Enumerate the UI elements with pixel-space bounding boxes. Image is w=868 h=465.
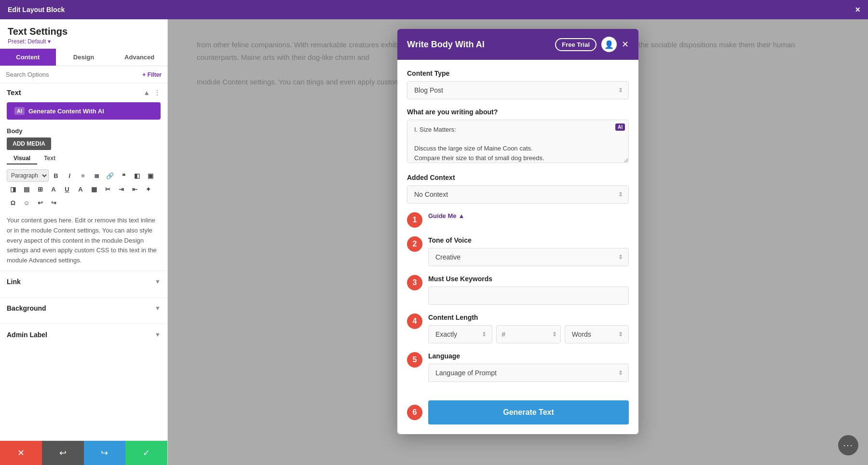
- exactly-select[interactable]: Exactly At Least At Most Between: [428, 325, 492, 343]
- sidebar: Text Settings Preset: Default ▾ Content …: [0, 19, 168, 465]
- add-media-button[interactable]: ADD MEDIA: [7, 137, 51, 150]
- step-3-row: 3 Must Use Keywords: [407, 275, 629, 305]
- tab-content[interactable]: Content: [0, 49, 56, 66]
- paragraph-select[interactable]: Paragraph Heading 1 Heading 2: [7, 169, 49, 182]
- words-select-wrapper: Words Sentences Paragraphs: [565, 325, 629, 343]
- words-select[interactable]: Words Sentences Paragraphs: [565, 325, 629, 343]
- body-text-content: Your content goes here. Edit or remove t…: [7, 216, 161, 266]
- step-3-content: Must Use Keywords: [428, 275, 629, 305]
- modal-close-icon[interactable]: ✕: [622, 39, 629, 50]
- admin-chevron-icon: ▼: [155, 331, 161, 338]
- section-icons: ▲ ⋮: [143, 89, 161, 96]
- top-bar-title: Edit Layout Block: [8, 6, 65, 14]
- content-length-label: Content Length: [428, 314, 629, 321]
- link-title: Link: [7, 278, 21, 286]
- step-1-badge: 1: [407, 212, 422, 228]
- align-left-button[interactable]: ◧: [131, 169, 143, 182]
- guide-me-link[interactable]: Guide Me ▲: [428, 212, 464, 219]
- sidebar-footer: ✕ ↩ ↪ ✓: [0, 440, 167, 465]
- indent-button[interactable]: ⇥: [115, 183, 127, 195]
- exactly-select-wrapper: Exactly At Least At Most Between: [428, 325, 492, 343]
- writing-about-textarea[interactable]: I. Size Matters: Discuss the large size …: [407, 120, 629, 163]
- generate-ai-label: Generate Content With AI: [28, 108, 104, 115]
- undo-button[interactable]: ↩: [42, 441, 84, 465]
- redo-button[interactable]: ↪: [84, 441, 126, 465]
- undo-toolbar-button[interactable]: ↩: [34, 196, 46, 209]
- added-context-group: Added Context No Context Page Content Cu…: [407, 174, 629, 204]
- language-select[interactable]: Language of Prompt English Spanish Frenc…: [428, 364, 629, 382]
- step-6-row: 6 Generate Text: [397, 400, 638, 434]
- align-center-button[interactable]: ▣: [144, 169, 157, 182]
- cancel-button[interactable]: ✕: [0, 441, 42, 465]
- tone-select-wrapper: Creative Professional Casual Formal: [428, 248, 629, 266]
- block-button[interactable]: ▦: [88, 183, 100, 195]
- step-4-badge: 4: [407, 314, 422, 329]
- redo-toolbar-button[interactable]: ↪: [47, 196, 60, 209]
- outdent-button[interactable]: ⇤: [128, 183, 141, 195]
- close-icon[interactable]: ×: [855, 5, 860, 15]
- added-context-select-wrapper: No Context Page Content Custom: [407, 185, 629, 204]
- modal-header-right: Free Trial 👤 ✕: [555, 37, 629, 52]
- number-input-wrapper: [496, 325, 560, 343]
- step-6-badge: 6: [407, 405, 422, 420]
- step-2-row: 2 Tone of Voice Creative Professional Ca…: [407, 236, 629, 266]
- special-char-button[interactable]: Ω: [7, 196, 19, 209]
- background-header[interactable]: Background ▼: [0, 298, 167, 319]
- generate-content-ai-button[interactable]: AI Generate Content With AI: [7, 102, 161, 120]
- unordered-list-button[interactable]: ≡: [77, 169, 89, 182]
- language-label: Language: [428, 352, 629, 360]
- quote-button[interactable]: ❝: [117, 169, 130, 182]
- generate-text-button[interactable]: Generate Text: [428, 400, 629, 424]
- link-button[interactable]: 🔗: [104, 169, 116, 182]
- content-area: from other feline companions. With remar…: [168, 19, 868, 465]
- writing-about-textarea-wrapper: I. Size Matters: Discuss the large size …: [407, 120, 629, 165]
- editor-tabs: Visual Text: [7, 153, 161, 164]
- added-context-select[interactable]: No Context Page Content Custom: [407, 185, 629, 204]
- table-button[interactable]: ⊞: [34, 183, 46, 195]
- tab-text[interactable]: Text: [37, 153, 62, 164]
- bold-button[interactable]: B: [50, 169, 62, 182]
- sidebar-section-header: Text ▲ ⋮: [0, 83, 167, 98]
- code-button[interactable]: ✦: [142, 183, 154, 195]
- link-chevron-icon: ▼: [155, 278, 161, 285]
- collapse-icon[interactable]: ▲: [143, 89, 150, 96]
- step-5-badge: 5: [407, 352, 422, 368]
- clear-format-button[interactable]: ✂: [101, 183, 114, 195]
- content-type-select[interactable]: Blog Post Article Social Media Post: [407, 81, 629, 99]
- link-header[interactable]: Link ▼: [0, 271, 167, 292]
- free-trial-button[interactable]: Free Trial: [555, 38, 597, 51]
- align-justify-button[interactable]: ▤: [20, 183, 33, 195]
- step-3-badge: 3: [407, 275, 422, 290]
- text-abc-button[interactable]: A: [47, 183, 60, 195]
- step-1-content: Guide Me ▲: [428, 212, 629, 222]
- ordered-list-button[interactable]: ≣: [90, 169, 103, 182]
- search-input[interactable]: [6, 71, 138, 78]
- underline-button[interactable]: U: [61, 183, 73, 195]
- keywords-input[interactable]: [428, 287, 629, 305]
- step-4-row: 4 Content Length Exactly At Least At Mos…: [407, 314, 629, 343]
- tab-design[interactable]: Design: [56, 49, 112, 66]
- main-area: Text Settings Preset: Default ▾ Content …: [0, 19, 868, 465]
- sidebar-preset[interactable]: Preset: Default ▾: [8, 38, 160, 45]
- tab-visual[interactable]: Visual: [7, 153, 37, 164]
- top-bar: Edit Layout Block ×: [0, 0, 868, 19]
- added-context-label: Added Context: [407, 174, 629, 181]
- align-right-button[interactable]: ◨: [7, 183, 19, 195]
- save-button[interactable]: ✓: [125, 441, 167, 465]
- content-type-group: Content Type Blog Post Article Social Me…: [407, 69, 629, 99]
- background-chevron-icon: ▼: [155, 305, 161, 312]
- tab-advanced[interactable]: Advanced: [111, 49, 167, 66]
- emoji-button[interactable]: ☺: [20, 196, 33, 209]
- tone-select[interactable]: Creative Professional Casual Formal: [428, 248, 629, 266]
- ai-icon: AI: [14, 107, 25, 115]
- writing-about-label: What are you writing about?: [407, 108, 629, 116]
- more-options-icon[interactable]: ⋮: [154, 89, 161, 96]
- number-input[interactable]: [496, 325, 560, 343]
- admin-label-header[interactable]: Admin Label ▼: [0, 324, 167, 345]
- italic-button[interactable]: I: [63, 169, 76, 182]
- floating-dots-button[interactable]: ···: [838, 435, 858, 455]
- keywords-label: Must Use Keywords: [428, 275, 629, 283]
- text-color-button[interactable]: A: [74, 183, 87, 195]
- filter-button[interactable]: + Filter: [142, 71, 162, 78]
- step-5-row: 5 Language Language of Prompt English Sp…: [407, 352, 629, 382]
